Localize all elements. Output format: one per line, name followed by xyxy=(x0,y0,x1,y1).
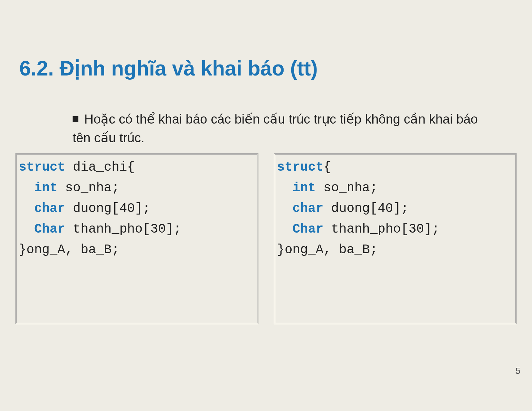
keyword-struct: struct xyxy=(277,160,324,175)
keyword-char: char xyxy=(293,201,324,216)
code-row: struct dia_chi{ int so_nha; char duong[4… xyxy=(15,153,517,324)
code-box-left: struct dia_chi{ int so_nha; char duong[4… xyxy=(15,153,258,324)
code-text: thanh_pho[30]; xyxy=(324,222,440,236)
keyword-struct: struct xyxy=(19,160,65,175)
keyword-char: Char xyxy=(34,222,65,236)
keyword-int: int xyxy=(293,181,316,195)
slide: 6.2. Định nghĩa và khai báo (tt) Hoặc có… xyxy=(0,0,532,411)
code-box-right: struct{ int so_nha; char duong[40]; Char… xyxy=(274,153,517,324)
code-text: { xyxy=(324,160,331,175)
code-text: so_nha; xyxy=(316,181,378,195)
keyword-int: int xyxy=(34,181,57,195)
bullet-text: Hoặc có thể khai báo các biến cấu trúc t… xyxy=(73,112,478,145)
code-text: }ong_A, ba_B; xyxy=(19,243,119,257)
code-text: duong[40]; xyxy=(324,201,409,216)
page-number: 5 xyxy=(515,366,520,376)
code-text: duong[40]; xyxy=(65,201,150,216)
code-right: struct{ int so_nha; char duong[40]; Char… xyxy=(277,157,514,260)
code-text: so_nha; xyxy=(57,181,119,195)
keyword-char: char xyxy=(34,201,65,216)
code-left: struct dia_chi{ int so_nha; char duong[4… xyxy=(19,157,255,260)
bullet-item: Hoặc có thể khai báo các biến cấu trúc t… xyxy=(73,110,489,147)
keyword-char: Char xyxy=(293,222,324,236)
slide-title: 6.2. Định nghĩa và khai báo (tt) xyxy=(19,56,318,80)
square-bullet-icon xyxy=(73,116,78,122)
code-text: thanh_pho[30]; xyxy=(65,222,181,236)
code-text: dia_chi{ xyxy=(65,160,135,175)
code-text: }ong_A, ba_B; xyxy=(277,243,378,257)
